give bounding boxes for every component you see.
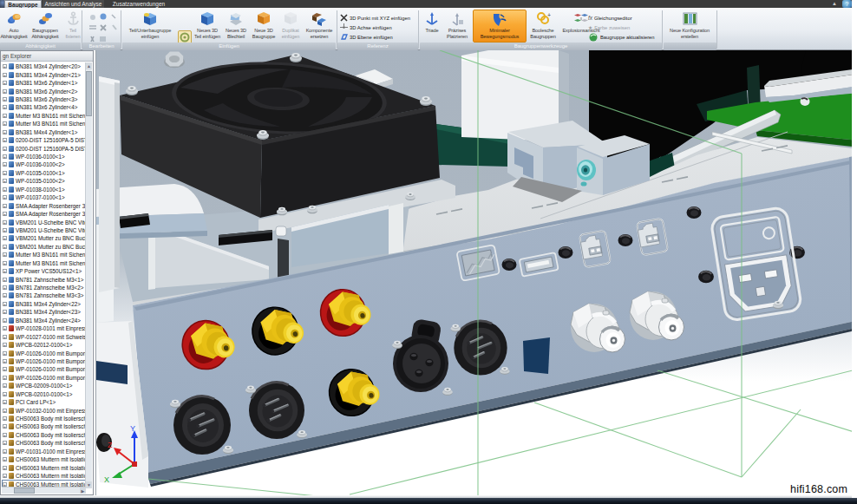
svg-text:X: X: [104, 475, 109, 484]
svg-text:Y: Y: [130, 424, 135, 433]
svg-text:+: +: [547, 12, 551, 18]
svg-text:Z: Z: [108, 441, 113, 449]
